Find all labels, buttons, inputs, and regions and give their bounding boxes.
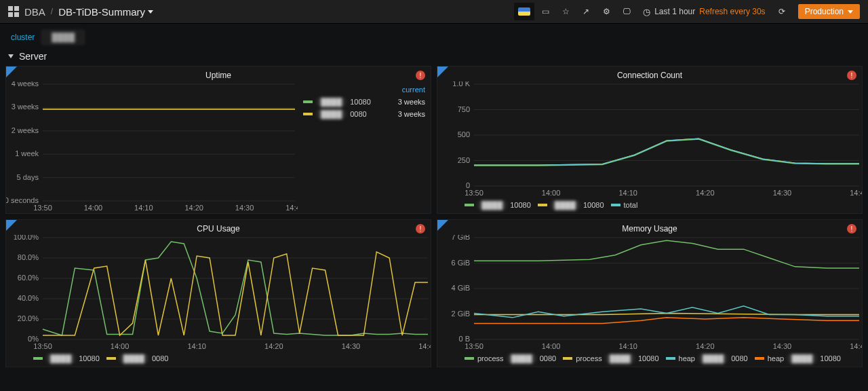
svg-text:2 weeks: 2 weeks — [12, 126, 39, 134]
svg-text:14:30: 14:30 — [342, 342, 361, 350]
variable-value[interactable]: ████ — [41, 30, 85, 45]
memory-legend: process████0080process████10080heap████0… — [437, 352, 862, 367]
breadcrumb-folder[interactable]: DBA — [24, 6, 45, 18]
refresh-icon[interactable]: ⟳ — [772, 3, 791, 20]
flag-icon[interactable] — [514, 3, 534, 20]
uptime-chart[interactable]: 0 seconds5 days1 week2 weeks3 weeks4 wee… — [6, 81, 298, 213]
svg-text:14:40: 14:40 — [850, 189, 862, 197]
monitor-icon[interactable]: 🖵 — [617, 3, 636, 20]
series-port: 10080 — [820, 354, 841, 362]
legend-item[interactable]: ████10080 — [33, 354, 100, 362]
alert-icon[interactable]: ! — [847, 71, 856, 80]
connection-chart[interactable]: 02505007501.0 K13:5014:0014:1014:2014:30… — [437, 81, 862, 198]
panel-add-icon[interactable]: ▭ — [536, 3, 555, 20]
legend-item[interactable]: ████10080 — [465, 201, 531, 209]
series-swatch — [465, 204, 474, 206]
series-swatch — [303, 100, 313, 103]
panel-info-icon — [6, 220, 17, 231]
series-host: ████ — [787, 354, 816, 362]
variable-row: cluster ████ — [0, 24, 868, 51]
svg-text:14:20: 14:20 — [184, 204, 203, 212]
series-port: 10080 — [350, 98, 371, 106]
legend-item[interactable]: heap████0080 — [666, 354, 748, 362]
svg-text:750: 750 — [458, 105, 470, 113]
panel-cpu-usage[interactable]: ! CPU Usage 0%20.0%40.0%60.0%80.0%100.0%… — [5, 219, 431, 367]
legend-item[interactable]: ████ 10080 3 weeks — [303, 98, 425, 106]
series-swatch — [755, 357, 764, 360]
series-port: 0080 — [540, 354, 556, 362]
series-port: 10080 — [79, 354, 100, 362]
svg-text:14:20: 14:20 — [696, 189, 715, 197]
clock-icon: ◷ — [643, 7, 650, 17]
series-swatch — [106, 357, 116, 360]
series-current-value: 3 weeks — [398, 110, 425, 118]
svg-text:13:50: 13:50 — [465, 189, 484, 197]
series-host: ████ — [698, 354, 728, 362]
svg-text:60.0%: 60.0% — [18, 274, 39, 282]
panel-info-icon — [6, 67, 17, 77]
svg-text:14:00: 14:00 — [111, 342, 130, 350]
panel-title: Connection Count — [437, 67, 862, 81]
star-icon[interactable]: ☆ — [556, 3, 575, 20]
series-host: ████ — [507, 354, 536, 362]
alert-icon[interactable]: ! — [847, 224, 856, 234]
series-host: ████ — [119, 354, 149, 362]
legend-item[interactable]: ████ 0080 3 weeks — [303, 110, 425, 118]
variable-label: cluster — [11, 33, 35, 42]
series-host: ████ — [551, 201, 580, 209]
svg-text:14:10: 14:10 — [134, 204, 153, 212]
legend-item[interactable]: process████0080 — [465, 354, 556, 362]
series-swatch — [303, 113, 313, 115]
share-icon[interactable]: ↗ — [576, 3, 595, 20]
svg-text:20.0%: 20.0% — [18, 314, 39, 322]
panel-title: Memory Usage — [437, 220, 862, 235]
svg-text:4 weeks: 4 weeks — [12, 81, 39, 88]
series-port: 0080 — [731, 354, 747, 362]
alert-icon[interactable]: ! — [416, 71, 425, 80]
time-range-picker[interactable]: ◷ Last 1 hour Refresh every 30s — [637, 3, 770, 20]
svg-text:14:10: 14:10 — [618, 189, 637, 197]
svg-text:40.0%: 40.0% — [18, 294, 39, 302]
cpu-chart[interactable]: 0%20.0%40.0%60.0%80.0%100.0%13:5014:0014… — [6, 235, 431, 352]
svg-text:14:30: 14:30 — [773, 189, 792, 197]
series-swatch — [465, 357, 474, 360]
panel-uptime[interactable]: ! Uptime 0 seconds5 days1 week2 weeks3 w… — [5, 66, 431, 214]
series-prefix: heap — [679, 354, 695, 362]
dashboard-icon[interactable] — [8, 6, 19, 17]
chevron-down-icon — [8, 54, 14, 58]
svg-text:14:10: 14:10 — [187, 342, 206, 350]
svg-text:5 days: 5 days — [17, 173, 39, 181]
series-port: 10080 — [583, 201, 604, 209]
memory-chart[interactable]: 0 B2 GiB4 GiB6 GiB7 GiB13:5014:0014:1014… — [437, 235, 862, 352]
series-port: 10080 — [510, 201, 531, 209]
panel-info-icon — [437, 220, 448, 231]
svg-text:14:00: 14:00 — [542, 189, 561, 197]
series-host: ████ — [317, 98, 346, 106]
series-port: 0080 — [152, 354, 168, 362]
panel-title: CPU Usage — [6, 220, 431, 235]
panel-title: Uptime — [6, 67, 431, 81]
alert-icon[interactable]: ! — [416, 224, 425, 234]
gear-icon[interactable]: ⚙ — [597, 3, 616, 20]
legend-item[interactable]: total — [611, 201, 638, 209]
environment-button[interactable]: Production — [798, 4, 860, 19]
chevron-down-icon — [148, 10, 153, 14]
svg-text:14:40: 14:40 — [285, 204, 298, 212]
legend-item[interactable]: ████10080 — [538, 201, 604, 209]
svg-text:13:50: 13:50 — [465, 342, 484, 350]
panel-memory-usage[interactable]: ! Memory Usage 0 B2 GiB4 GiB6 GiB7 GiB13… — [437, 219, 863, 367]
legend-item[interactable]: heap████10080 — [755, 354, 841, 362]
row-header[interactable]: Server — [0, 51, 868, 66]
legend-item[interactable]: ████0080 — [106, 354, 169, 362]
series-host: ████ — [317, 110, 346, 118]
series-swatch — [538, 204, 547, 206]
svg-text:13:50: 13:50 — [33, 204, 52, 212]
series-swatch — [611, 204, 620, 206]
svg-text:7 GiB: 7 GiB — [451, 235, 470, 241]
panel-connection-count[interactable]: ! Connection Count 02505007501.0 K13:501… — [437, 66, 863, 214]
series-prefix: heap — [768, 354, 784, 362]
top-nav: DBA / DB-TiDB-Summary ▭ ☆ ↗ ⚙ 🖵 ◷ Last 1… — [0, 0, 868, 24]
breadcrumb-dashboard[interactable]: DB-TiDB-Summary — [58, 6, 153, 18]
svg-text:2 GiB: 2 GiB — [451, 310, 470, 318]
legend-item[interactable]: process████10080 — [563, 354, 658, 362]
